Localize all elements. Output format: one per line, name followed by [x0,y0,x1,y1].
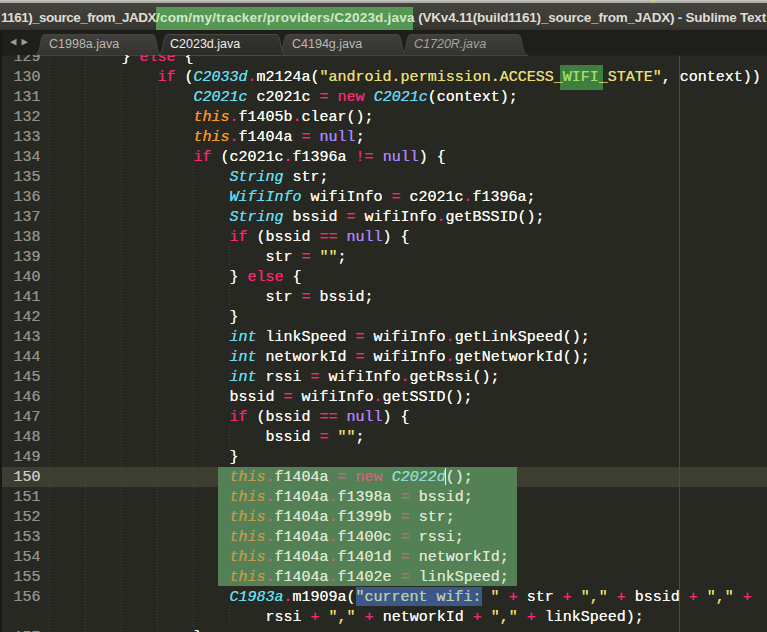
svg-text:C1998a.java: C1998a.java [49,37,119,51]
svg-text:C2023d.java: C2023d.java [170,37,240,51]
svg-text:C4194g.java: C4194g.java [292,37,362,51]
svg-text:C1720R.java: C1720R.java [414,37,486,51]
